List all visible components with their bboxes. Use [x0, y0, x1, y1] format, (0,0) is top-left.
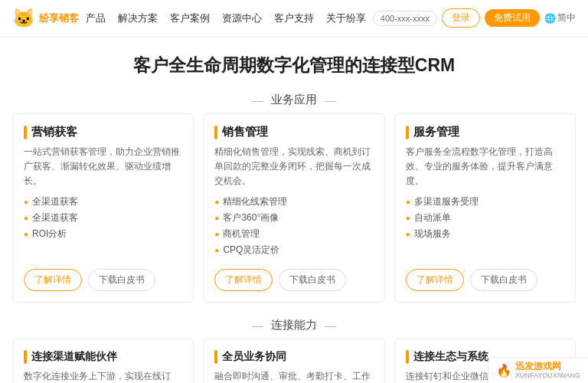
- card-title: 服务管理: [413, 125, 459, 139]
- card-header: 连接渠道赋能伙伴: [24, 350, 182, 364]
- language-button[interactable]: 🌐 简中: [544, 11, 576, 25]
- watermark-text-block: 迅发游戏网 XUNFAYOUXIWANG: [515, 361, 580, 380]
- check-icon: ●: [214, 230, 219, 238]
- list-item: ●自动派单: [406, 211, 564, 224]
- watermark: 🔥 迅发游戏网 XUNFAYOUXIWANG: [488, 357, 588, 383]
- card-accent-bar: [214, 126, 217, 139]
- card-list: ●精细化线索管理 ●客户360°画像 ●商机管理 ●CPQ灵活定价: [214, 195, 373, 260]
- detail-button[interactable]: 了解详情: [406, 269, 464, 291]
- business-label: 业务应用: [271, 93, 317, 107]
- check-icon: ●: [214, 246, 219, 254]
- card-desc: 数字化连接业务上下游，实现在线订货、客户报备、销售培训等全流程管理，与伙伴共创共…: [24, 369, 182, 383]
- free-trial-button[interactable]: 免费试用: [485, 9, 540, 27]
- list-item: ●ROI分析: [24, 228, 182, 241]
- list-item: ●全渠道获客: [24, 195, 182, 208]
- card-title: 连接渠道赋能伙伴: [31, 350, 117, 364]
- logo: 🐱 纷享销客: [12, 8, 79, 29]
- watermark-main-text: 迅发游戏网: [515, 361, 580, 372]
- card-desc: 一站式营销获客管理，助力企业营销推广获客、渐漏转化效果、驱动业绩增长。: [24, 145, 182, 189]
- nav-item-about[interactable]: 关于纷享: [326, 11, 366, 25]
- nav-item-resource[interactable]: 资源中心: [222, 11, 262, 25]
- hero-title: 客户全生命周期数字化管理的连接型CRM: [15, 54, 573, 77]
- title-dash-right: —: [325, 319, 336, 332]
- watermark-sub-text: XUNFAYOUXIWANG: [515, 372, 580, 380]
- header-buttons: 400-xxx-xxxx 登录 免费试用 🌐 简中: [373, 8, 576, 28]
- globe-icon: 🌐: [544, 13, 556, 24]
- check-icon: ●: [406, 214, 410, 222]
- check-icon: ●: [24, 230, 28, 238]
- detail-button[interactable]: 了解详情: [214, 269, 273, 291]
- card-service: 服务管理 客户服务全流程数字化管理，打造高效、专业的服务体验，提升客户满意度。 …: [394, 113, 576, 303]
- card-accent-bar: [406, 350, 409, 364]
- card-title: 销售管理: [222, 125, 268, 139]
- connect-label: 连接能力: [271, 318, 317, 332]
- phone-button[interactable]: 400-xxx-xxxx: [373, 11, 437, 26]
- card-accent-bar: [214, 350, 217, 364]
- connect-section-title: — 连接能力 —: [0, 312, 588, 339]
- list-item: ●现场服务: [406, 228, 564, 241]
- list-item: ●精细化线索管理: [214, 195, 373, 208]
- hero-section: 客户全生命周期数字化管理的连接型CRM: [0, 37, 588, 83]
- business-section-title: — 业务应用 —: [0, 83, 588, 113]
- card-marketing: 营销获客 一站式营销获客管理，助力企业营销推广获客、渐漏转化效果、驱动业绩增长。…: [12, 113, 194, 303]
- logo-icon: 🐱: [12, 8, 35, 29]
- check-icon: ●: [24, 214, 28, 222]
- card-channel: 连接渠道赋能伙伴 数字化连接业务上下游，实现在线订货、客户报备、销售培训等全流程…: [12, 339, 194, 383]
- login-button[interactable]: 登录: [442, 8, 480, 28]
- list-item: ●CPQ灵活定价: [214, 244, 373, 257]
- list-item: ●全渠道获客: [24, 211, 182, 224]
- card-header: 销售管理: [214, 125, 373, 139]
- card-header: 全员业务协同: [214, 350, 373, 364]
- card-title: 连接生态与系统: [413, 350, 488, 364]
- check-icon: ●: [406, 198, 410, 206]
- list-item: ●多渠道服务受理: [406, 195, 564, 208]
- logo-text: 纷享销客: [39, 11, 79, 25]
- lang-label: 简中: [557, 11, 576, 25]
- card-title: 全员业务协同: [222, 350, 286, 364]
- watermark-icon: 🔥: [496, 363, 511, 378]
- whitepaper-button[interactable]: 下载白皮书: [470, 269, 537, 291]
- main-nav: 产品 解决方案 客户案例 资源中心 客户支持 关于纷享: [86, 11, 366, 25]
- check-icon: ●: [406, 230, 410, 238]
- card-list: ●全渠道获客 ●全渠道获客 ●ROI分析: [24, 195, 182, 260]
- card-header: 营销获客: [24, 125, 182, 139]
- list-item: ●商机管理: [214, 228, 373, 241]
- card-desc: 精细化销售管理，实现线索、商机到订单回款的完整业务闭环，把握每一次成交机会。: [214, 145, 373, 189]
- list-item: ●客户360°画像: [214, 211, 373, 224]
- header: 🐱 纷享销客 产品 解决方案 客户案例 资源中心 客户支持 关于纷享 400-x…: [0, 0, 588, 37]
- card-actions: 了解详情 下载白皮书: [214, 269, 373, 291]
- card-accent-bar: [406, 126, 409, 139]
- card-header: 服务管理: [406, 125, 564, 139]
- title-dash-right: —: [325, 93, 336, 106]
- card-collaboration: 全员业务协同 融合即时沟通、审批、考勤打卡、工作簿等一站式办公管理，打造极致高效…: [203, 339, 384, 383]
- card-sales: 销售管理 精细化销售管理，实现线索、商机到订单回款的完整业务闭环，把握每一次成交…: [203, 113, 384, 303]
- card-actions: 了解详情 下载白皮书: [24, 269, 182, 291]
- card-desc: 客户服务全流程数字化管理，打造高效、专业的服务体验，提升客户满意度。: [406, 145, 564, 189]
- nav-item-support[interactable]: 客户支持: [274, 11, 314, 25]
- title-dash-left: —: [252, 93, 263, 106]
- check-icon: ●: [214, 198, 219, 206]
- card-title: 营销获客: [31, 125, 77, 139]
- card-list: ●多渠道服务受理 ●自动派单 ●现场服务: [406, 195, 564, 260]
- card-accent-bar: [24, 350, 27, 364]
- nav-item-product[interactable]: 产品: [86, 11, 106, 25]
- card-actions: 了解详情 下载白皮书: [406, 269, 564, 291]
- check-icon: ●: [24, 198, 28, 206]
- detail-button[interactable]: 了解详情: [24, 269, 82, 291]
- nav-item-solution[interactable]: 解决方案: [118, 11, 158, 25]
- whitepaper-button[interactable]: 下载白皮书: [279, 269, 346, 291]
- business-cards-grid: 营销获客 一站式营销获客管理，助力企业营销推广获客、渐漏转化效果、驱动业绩增长。…: [0, 113, 588, 312]
- title-dash-left: —: [252, 319, 263, 332]
- card-accent-bar: [24, 126, 27, 139]
- nav-item-case[interactable]: 客户案例: [170, 11, 210, 25]
- card-desc: 融合即时沟通、审批、考勤打卡、工作簿等一站式办公管理，打造极致高效的在线协同体验…: [214, 369, 373, 383]
- check-icon: ●: [214, 214, 219, 222]
- whitepaper-button[interactable]: 下载白皮书: [88, 269, 155, 291]
